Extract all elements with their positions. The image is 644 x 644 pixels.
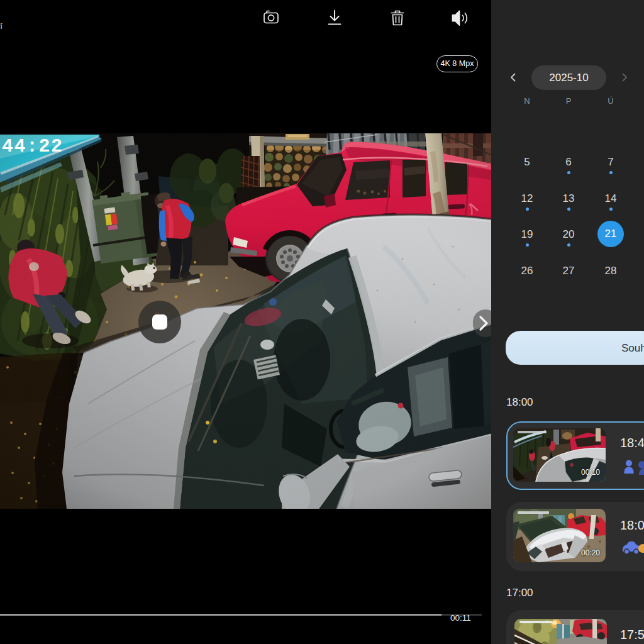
svg-text:44:22: 44:22 (2, 136, 64, 157)
